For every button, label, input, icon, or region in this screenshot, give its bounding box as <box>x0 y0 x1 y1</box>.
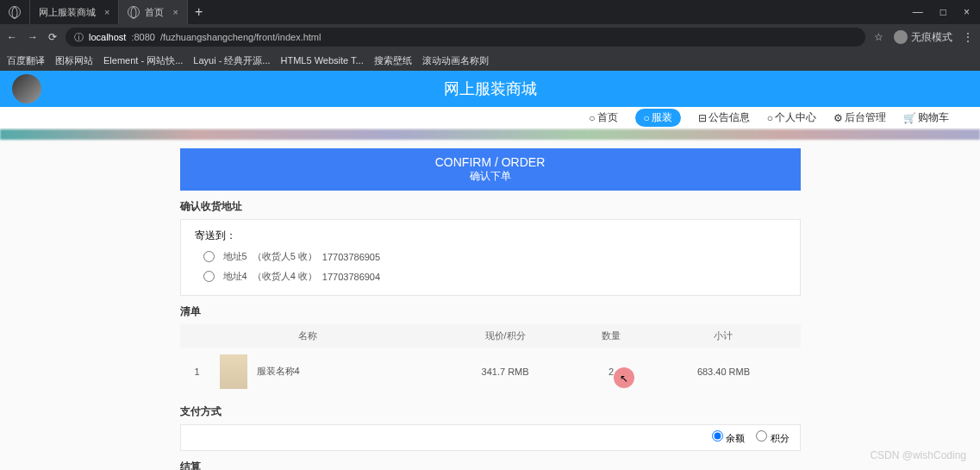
info-icon[interactable]: ⓘ <box>74 31 84 44</box>
nav-admin[interactable]: ⚙后台管理 <box>833 110 886 125</box>
tab-label: 首页 <box>145 6 164 19</box>
address-option[interactable]: 地址4 （收货人4 收） 17703786904 <box>195 266 786 286</box>
pay-method-box: 余额 积分 <box>180 424 801 451</box>
address-option[interactable]: 地址5 （收货人5 收） 17703786905 <box>195 247 786 266</box>
close-icon[interactable]: × <box>172 7 178 17</box>
address-radio[interactable] <box>203 251 215 262</box>
site-title-banner: 网上服装商城 <box>0 71 980 107</box>
bookmark-item[interactable]: 百度翻译 <box>7 54 45 67</box>
tab-blank[interactable] <box>0 0 30 24</box>
avatar[interactable] <box>12 74 41 103</box>
minimize-icon[interactable]: — <box>913 6 923 18</box>
pay-balance-option[interactable]: 余额 <box>712 433 745 443</box>
pay-points-option[interactable]: 积分 <box>756 433 789 443</box>
main-nav: ○首页 ○服装 ⊟公告信息 ○个人中心 ⚙后台管理 🛒购物车 <box>0 107 980 129</box>
order-header-cn: 确认下单 <box>180 169 801 184</box>
star-icon[interactable]: ☆ <box>874 31 883 43</box>
col-qty: 数量 <box>576 324 647 348</box>
settle-section-title: 结算 <box>180 460 801 470</box>
row-subtotal: 683.40 RMB <box>646 348 800 396</box>
address-section-title: 确认收货地址 <box>180 199 801 214</box>
address-box: 寄送到： 地址5 （收货人5 收） 17703786905 地址4 （收货人4 … <box>180 219 801 296</box>
url-port: :8080 <box>131 32 155 42</box>
bookmark-item[interactable]: Layui - 经典开源... <box>193 54 270 67</box>
globe-icon <box>128 6 140 18</box>
decorative-strip <box>0 129 980 140</box>
nav-personal[interactable]: ○个人中心 <box>767 110 816 125</box>
add-tab-button[interactable]: + <box>188 4 209 20</box>
tab-label: 网上服装商城 <box>39 6 96 19</box>
nav-home[interactable]: ○首页 <box>589 110 617 125</box>
col-price: 现价/积分 <box>435 324 576 348</box>
menu-icon[interactable]: ⋮ <box>963 31 973 43</box>
bookmark-item[interactable]: 图标网站 <box>55 54 93 67</box>
site-title: 网上服装商城 <box>444 78 537 99</box>
watermark: CSDN @wishCoding <box>870 449 966 461</box>
product-name: 服装名称4 <box>257 366 300 376</box>
tab-app[interactable]: 网上服装商城 × <box>30 0 119 24</box>
tab-home[interactable]: 首页 × <box>119 0 187 24</box>
col-name: 名称 <box>180 324 435 348</box>
table-row: 1 服装名称4 341.7 RMB 2 683.40 RMB <box>180 348 801 396</box>
globe-icon <box>9 6 21 18</box>
row-qty: 2 <box>576 348 647 396</box>
bookmark-item[interactable]: HTML5 Website T... <box>281 55 364 66</box>
send-to-label: 寄送到： <box>195 229 786 243</box>
product-image <box>220 354 247 389</box>
incognito-icon <box>894 30 908 44</box>
address-radio[interactable] <box>203 271 215 282</box>
pay-radio-points[interactable] <box>756 430 767 442</box>
order-header-en: CONFIRM / ORDER <box>180 155 801 169</box>
reload-icon[interactable]: ⟳ <box>48 31 57 43</box>
url-bar[interactable]: ⓘ localhost:8080/fuzhuangshangcheng/fron… <box>66 28 865 47</box>
close-icon[interactable]: × <box>104 7 109 17</box>
bookmark-item[interactable]: Element - 网站快... <box>103 54 183 67</box>
close-window-icon[interactable]: × <box>964 6 970 18</box>
url-host: localhost <box>89 32 126 42</box>
list-section-title: 清单 <box>180 304 801 319</box>
forward-icon[interactable]: → <box>28 31 38 43</box>
order-table: 名称 现价/积分 数量 小计 1 服装名称4 341.7 RMB 2 683.4… <box>180 324 801 396</box>
row-price: 341.7 RMB <box>435 348 576 396</box>
bookmark-item[interactable]: 搜索壁纸 <box>374 54 412 67</box>
bookmark-item[interactable]: 滚动动画名称则 <box>422 54 489 67</box>
col-subtotal: 小计 <box>646 324 800 348</box>
nav-cart[interactable]: 🛒购物车 <box>903 110 949 125</box>
order-header: CONFIRM / ORDER 确认下单 <box>180 148 801 191</box>
pay-section-title: 支付方式 <box>180 404 801 419</box>
url-path: /fuzhuangshangcheng/front/index.html <box>160 32 321 42</box>
row-idx: 1 <box>180 348 215 396</box>
pay-radio-balance[interactable] <box>712 430 723 442</box>
nav-notice[interactable]: ⊟公告信息 <box>698 110 750 125</box>
back-icon[interactable]: ← <box>7 31 17 43</box>
cursor-icon: ↖ <box>620 373 628 385</box>
nav-clothing[interactable]: ○服装 <box>635 109 681 127</box>
incognito-label: 无痕模式 <box>911 30 952 45</box>
maximize-icon[interactable]: □ <box>940 6 946 18</box>
